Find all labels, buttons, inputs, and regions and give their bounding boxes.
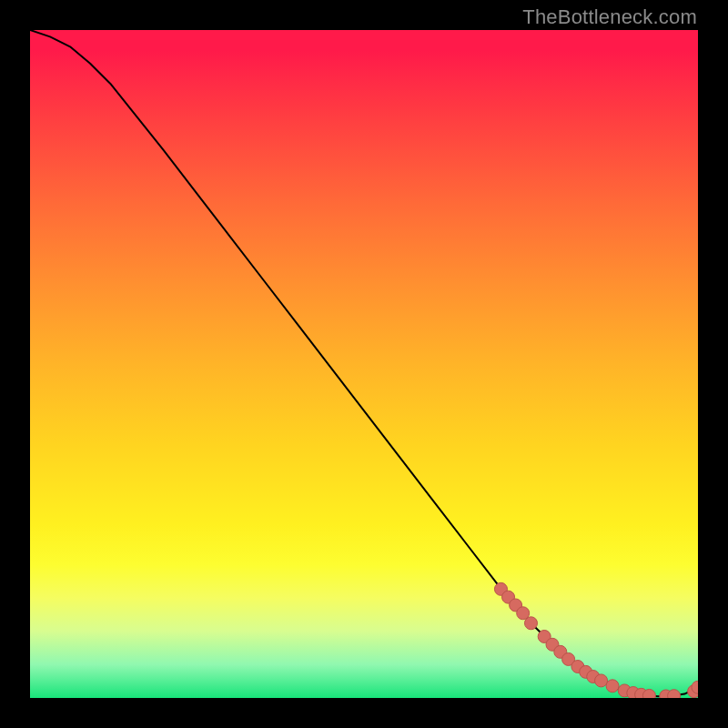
data-point-marker [525,617,538,630]
curve-markers [494,582,698,698]
data-point-marker [642,689,655,698]
plot-area [30,30,698,698]
data-point-marker [595,674,608,687]
data-point-marker [606,680,619,693]
chart-svg [30,30,698,698]
curve-line [30,30,698,696]
data-point-marker [668,690,681,698]
chart-stage: TheBottleneck.com [0,0,728,728]
watermark-text: TheBottleneck.com [522,5,697,29]
